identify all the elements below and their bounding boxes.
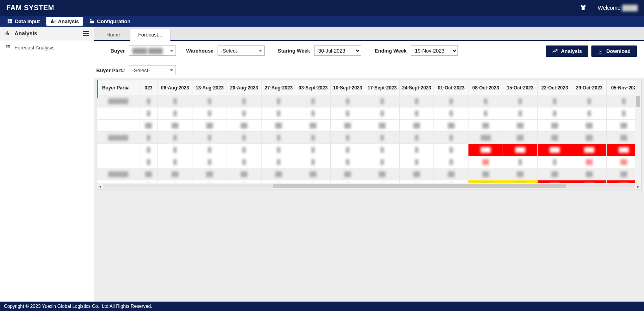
data-cell: ██ [262, 120, 296, 132]
data-cell: ███ [538, 180, 572, 184]
data-cell: █ [503, 95, 538, 107]
grid-header-cell[interactable]: 20-Aug-2023 [227, 80, 262, 95]
ending-week-select[interactable]: 19-Nov-2023 [411, 45, 458, 56]
shirt-icon[interactable] [580, 4, 587, 12]
table-row: ████████████████████████████████████ [97, 168, 641, 180]
data-cell: █ [262, 95, 296, 107]
ending-week-label: Ending Week [371, 48, 407, 54]
grid-header-cell[interactable]: 023 [139, 80, 158, 95]
data-cell: ██ [227, 168, 262, 180]
data-cell: █ [262, 144, 296, 156]
analysis-button[interactable]: Analysis [546, 45, 588, 57]
grid-header-cell[interactable]: 15-Oct-2023 [503, 80, 538, 95]
data-cell: █ [296, 132, 330, 144]
data-cell: █ [365, 95, 399, 107]
grid-header-cell[interactable]: 03-Sept-2023 [296, 80, 330, 95]
buyer-label: Buyer [101, 48, 125, 54]
buyer-part-select[interactable]: -Select- [129, 65, 176, 75]
data-cell: █ [399, 144, 434, 156]
tab-home[interactable]: Home [98, 29, 128, 40]
data-cell: █ [399, 180, 434, 184]
sidebar-item-forecast-analysis[interactable]: Forecast Analysis [0, 40, 94, 55]
vertical-scrollbar[interactable] [635, 80, 641, 183]
data-cell: ███ [572, 144, 607, 156]
data-cell: █ [399, 107, 434, 120]
data-cell: █ [330, 144, 365, 156]
menu-configuration[interactable]: Configuration [85, 17, 134, 26]
grid-header-cell[interactable]: 27-Aug-2023 [262, 80, 296, 95]
grid-icon [5, 44, 11, 51]
data-cell: █ [158, 107, 192, 120]
part-cell [97, 156, 139, 168]
data-cell: █ [572, 95, 607, 107]
grid-header-cell[interactable]: 17-Sept-2023 [365, 80, 399, 95]
data-cell: █ [192, 132, 227, 144]
data-cell: █ [538, 95, 572, 107]
data-cell: ██ [572, 168, 607, 180]
grid-header-cell[interactable]: 06-Aug-2023 [158, 80, 192, 95]
data-cell: █ [399, 95, 434, 107]
grid-header-cell[interactable]: Buyer Part# [97, 80, 139, 95]
welcome-text: Welcome████ [598, 5, 638, 11]
warehouse-select[interactable]: -Select- [218, 45, 265, 56]
grid-header-cell[interactable]: 24-Sept-2023 [399, 80, 434, 95]
data-cell: █ [330, 107, 365, 120]
data-cell: ██ [434, 120, 468, 132]
data-cell: █ [434, 95, 468, 107]
grid-header-cell[interactable]: 29-Oct-2023 [572, 80, 607, 95]
grid-header-cell[interactable]: 01-Oct-2023 [434, 80, 468, 95]
scroll-right-arrow[interactable]: ► [635, 184, 641, 189]
scroll-left-arrow[interactable]: ◄ [97, 184, 103, 189]
data-cell: ██ [262, 168, 296, 180]
data-cell: ███ [468, 144, 503, 156]
svg-rect-0 [6, 45, 7, 46]
grid-container: Buyer Part#02306-Aug-202313-Aug-202320-A… [97, 80, 642, 190]
starting-week-select[interactable]: 30-Jul-2023 [314, 45, 361, 56]
buyer-select[interactable]: ████ ████ [129, 45, 176, 56]
download-button[interactable]: Download [591, 45, 637, 57]
data-cell: █ [262, 156, 296, 168]
sidebar: Analysis Forecast Analysis [0, 27, 94, 302]
data-cell: █ [468, 95, 503, 107]
data-cell: ███ [538, 144, 572, 156]
data-cell: █ [158, 132, 192, 144]
table-row: █████████████████████████ [97, 144, 641, 156]
data-cell: ██ [139, 120, 158, 132]
part-cell: ██████ [97, 132, 139, 144]
grid-header-cell[interactable]: 13-Aug-2023 [192, 80, 227, 95]
data-cell: ██ [365, 168, 399, 180]
grid-left-indicator [97, 80, 98, 98]
data-cell: █ [262, 180, 296, 184]
data-cell: █ [434, 132, 468, 144]
data-cell: ██ [468, 156, 503, 168]
menu-data-input[interactable]: Data Input [3, 17, 44, 26]
data-cell: █ [158, 95, 192, 107]
warehouse-label: Warehouse [186, 48, 214, 54]
data-cell: ██ [296, 168, 330, 180]
data-cell: █ [434, 156, 468, 168]
filter-bar: Buyer ████ ████ Warehouse -Select- Stari… [94, 41, 644, 78]
grid-header-cell[interactable]: 22-Oct-2023 [538, 80, 572, 95]
data-cell: ██ [158, 120, 192, 132]
data-cell: ██ [503, 132, 538, 144]
data-cell: █ [296, 107, 330, 120]
data-cell: █ [434, 144, 468, 156]
data-cell: █ [296, 144, 330, 156]
data-cell: ██ [538, 132, 572, 144]
data-cell: █ [139, 156, 158, 168]
data-cell: █ [330, 132, 365, 144]
menu-analysis[interactable]: Analysis [46, 17, 83, 26]
data-cell: █ [434, 180, 468, 184]
sidebar-header: Analysis [0, 27, 94, 40]
svg-rect-3 [6, 46, 7, 47]
grid-header-cell[interactable]: 08-Oct-2023 [468, 80, 503, 95]
tab-forecast[interactable]: Forecast... [130, 29, 170, 41]
data-cell: █ [139, 107, 158, 120]
data-cell: █ [330, 95, 365, 107]
data-cell: ██ [468, 168, 503, 180]
sidebar-item-label: Forecast Analysis [15, 45, 55, 51]
horizontal-scrollbar[interactable]: ◄ ► [97, 183, 641, 189]
grid-header-cell[interactable]: 10-Sept-2023 [330, 80, 365, 95]
sidebar-collapse-toggle[interactable] [83, 31, 89, 36]
data-cell: █ [572, 107, 607, 120]
